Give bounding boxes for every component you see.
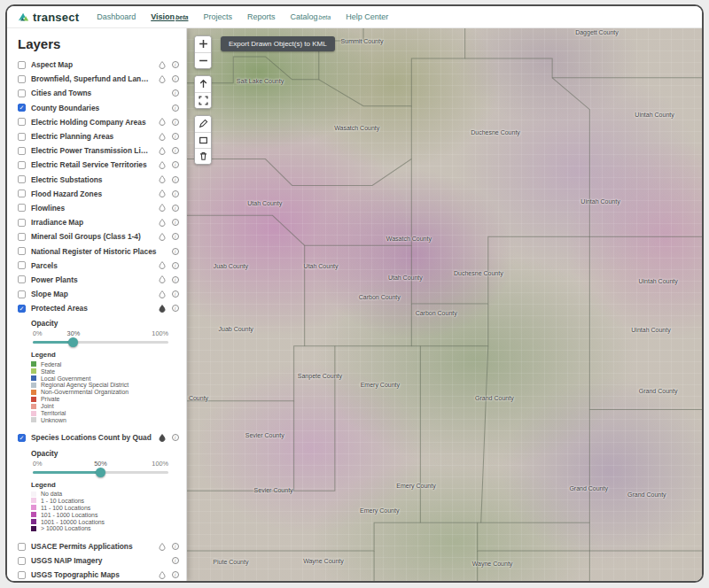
- layer-style-icon[interactable]: [158, 233, 166, 241]
- layer-info-icon[interactable]: i: [171, 89, 179, 97]
- layer-info-icon[interactable]: i: [171, 147, 179, 155]
- layer-row[interactable]: National Register of Historic Placesi: [18, 244, 181, 258]
- layer-style-icon[interactable]: [158, 75, 166, 83]
- layer-row[interactable]: Mineral Soil Groups (Class 1-4)i: [18, 229, 181, 244]
- layer-checkbox[interactable]: [18, 89, 26, 97]
- layer-row[interactable]: Brownfield, Superfund and Landfill Sites…: [18, 72, 181, 86]
- layer-checkbox[interactable]: [18, 204, 26, 212]
- layer-row[interactable]: Cities and Townsi: [18, 86, 181, 100]
- zoom-out-button[interactable]: [195, 52, 211, 68]
- layer-checkbox[interactable]: [18, 434, 26, 442]
- layer-style-icon[interactable]: [158, 190, 166, 197]
- layer-info-icon[interactable]: i: [171, 557, 179, 565]
- layer-checkbox[interactable]: [18, 190, 26, 197]
- layer-style-icon[interactable]: [158, 204, 166, 212]
- delete-button[interactable]: [195, 148, 211, 164]
- layer-info-icon[interactable]: i: [171, 305, 179, 313]
- layer-row[interactable]: Flowlinesi: [18, 201, 181, 215]
- opacity-slider-handle[interactable]: [68, 337, 78, 347]
- layer-row[interactable]: USACE Permits Applicationsi: [18, 539, 181, 553]
- nav-item-catalog[interactable]: Catalogbeta: [291, 12, 331, 21]
- layer-row[interactable]: Flood Hazard Zonesi: [18, 187, 181, 201]
- layer-info-icon[interactable]: i: [171, 434, 179, 442]
- rectangle-select-button[interactable]: [195, 132, 211, 148]
- layer-style-icon[interactable]: [158, 175, 166, 183]
- export-kml-button[interactable]: Export Drawn Object(s) to KML: [221, 36, 335, 51]
- layer-style-icon[interactable]: [158, 305, 166, 313]
- layer-row[interactable]: Power Plantsi: [18, 273, 181, 287]
- layer-checkbox[interactable]: [18, 161, 26, 169]
- layer-row[interactable]: Electric Planning Areasi: [18, 129, 181, 143]
- layer-style-icon[interactable]: [158, 290, 166, 298]
- layer-row[interactable]: Slope Mapi: [18, 287, 181, 301]
- layer-checkbox[interactable]: [18, 290, 26, 298]
- layer-style-icon[interactable]: [158, 275, 166, 283]
- transect-logo[interactable]: transect: [18, 11, 79, 24]
- layer-style-icon[interactable]: [158, 543, 166, 551]
- layer-style-icon[interactable]: [158, 133, 166, 141]
- layer-checkbox[interactable]: [18, 233, 26, 241]
- layer-row[interactable]: Parcelsi: [18, 259, 181, 273]
- layer-info-icon[interactable]: i: [171, 133, 179, 141]
- nav-item-help-center[interactable]: Help Center: [346, 12, 388, 21]
- layer-row[interactable]: Aspect Mapi: [18, 58, 181, 72]
- layer-info-icon[interactable]: i: [171, 219, 179, 227]
- layer-checkbox[interactable]: [18, 571, 26, 579]
- layer-checkbox[interactable]: [18, 543, 26, 551]
- layer-checkbox[interactable]: [18, 261, 26, 269]
- layer-checkbox[interactable]: [18, 118, 26, 126]
- layer-row[interactable]: Protected Areasi: [18, 301, 181, 315]
- layer-checkbox[interactable]: [18, 305, 26, 313]
- layer-style-icon[interactable]: [158, 61, 166, 69]
- layer-style-icon[interactable]: [158, 261, 166, 269]
- layer-info-icon[interactable]: i: [171, 104, 179, 112]
- layer-checkbox[interactable]: [18, 61, 26, 69]
- zoom-in-button[interactable]: [195, 36, 211, 52]
- layer-style-icon[interactable]: [158, 147, 166, 155]
- opacity-slider-track[interactable]: [33, 341, 168, 344]
- layer-checkbox[interactable]: [18, 104, 26, 112]
- draw-button[interactable]: [195, 116, 211, 132]
- nav-item-dashboard[interactable]: Dashboard: [97, 12, 136, 21]
- layer-row[interactable]: Electric Power Transmission Linesi: [18, 143, 181, 158]
- layer-info-icon[interactable]: i: [171, 261, 179, 269]
- layer-row[interactable]: USGS Topographic Mapsi: [18, 568, 181, 581]
- opacity-slider[interactable]: 0%30%100%: [33, 329, 168, 348]
- opacity-slider-handle[interactable]: [96, 468, 105, 477]
- layer-info-icon[interactable]: i: [171, 275, 179, 283]
- layer-row[interactable]: Species Locations Count by Quadi: [18, 430, 181, 445]
- locate-button[interactable]: [195, 76, 211, 92]
- layer-row[interactable]: County Boundariesi: [18, 101, 181, 115]
- layer-checkbox[interactable]: [18, 219, 26, 227]
- layer-info-icon[interactable]: i: [171, 543, 179, 551]
- layer-checkbox[interactable]: [18, 75, 26, 83]
- nav-item-projects[interactable]: Projects: [203, 12, 232, 21]
- layer-checkbox[interactable]: [18, 275, 26, 283]
- layer-row[interactable]: Electric Substationsi: [18, 173, 181, 187]
- layer-style-icon[interactable]: [158, 219, 166, 227]
- layer-checkbox[interactable]: [18, 133, 26, 141]
- layer-info-icon[interactable]: i: [171, 290, 179, 298]
- layer-style-icon[interactable]: [158, 118, 166, 126]
- layer-row[interactable]: Electric Holding Company Areasi: [18, 115, 181, 129]
- layer-info-icon[interactable]: i: [171, 204, 179, 212]
- layer-checkbox[interactable]: [18, 175, 26, 183]
- layer-info-icon[interactable]: i: [171, 75, 179, 83]
- opacity-slider[interactable]: 0%50%100%: [33, 459, 168, 478]
- layer-row[interactable]: Electric Retail Service Territoriesi: [18, 158, 181, 172]
- layer-info-icon[interactable]: i: [171, 118, 179, 126]
- layer-checkbox[interactable]: [18, 147, 26, 155]
- layer-info-icon[interactable]: i: [171, 233, 179, 241]
- layer-style-icon[interactable]: [158, 161, 166, 169]
- layer-checkbox[interactable]: [18, 247, 26, 255]
- layer-style-icon[interactable]: [158, 571, 166, 579]
- layer-checkbox[interactable]: [18, 557, 26, 565]
- layer-info-icon[interactable]: i: [171, 61, 179, 69]
- layer-info-icon[interactable]: i: [171, 161, 179, 169]
- map-canvas[interactable]: Summit CountyDaggett CountySalt Lake Cou…: [187, 28, 702, 581]
- layer-row[interactable]: USGS NAIP Imageryi: [18, 553, 181, 568]
- layer-row[interactable]: Irradiance Mapi: [18, 215, 181, 229]
- layer-info-icon[interactable]: i: [171, 571, 179, 579]
- fullscreen-button[interactable]: [195, 92, 211, 108]
- layer-info-icon[interactable]: i: [171, 175, 179, 183]
